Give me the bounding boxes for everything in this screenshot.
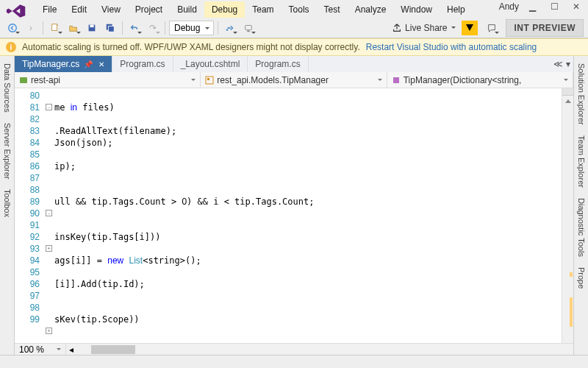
toolbar: › ↷ Debug Live Share INT PREVIEW (0, 18, 588, 38)
left-rail: Data Sources Server Explorer Toolbox (0, 56, 15, 355)
menu-debug[interactable]: Debug (204, 1, 245, 18)
svg-rect-3 (90, 24, 93, 27)
menu-edit[interactable]: Edit (64, 1, 94, 18)
nav-project[interactable]: rest-api (15, 72, 201, 88)
close-icon[interactable]: ✕ (98, 60, 104, 68)
save-button[interactable] (84, 20, 100, 36)
config-select[interactable]: Debug (169, 21, 214, 35)
rail-data-sources[interactable]: Data Sources (1, 59, 13, 117)
live-share-label: Live Share (405, 23, 447, 33)
line-gutter: 8081828384858687888990919293949596979899 (15, 88, 44, 343)
menu-build[interactable]: Build (170, 1, 204, 18)
zoom-select[interactable]: 100 % (15, 344, 66, 355)
user-name[interactable]: Andy (499, 1, 519, 12)
fold-column: --++ (44, 88, 54, 343)
nav-class[interactable]: rest_api.Models.TipManager (201, 72, 387, 88)
scroll-up-button[interactable] (562, 96, 573, 106)
pin-icon[interactable]: 📌 (84, 60, 93, 68)
menu-bar: File Edit View Project Build Debug Team … (0, 0, 588, 18)
undo-button[interactable] (126, 20, 143, 36)
scroll-left-button[interactable]: ◂ (66, 344, 76, 355)
process-button[interactable] (240, 20, 257, 36)
zoom-label: 100 % (19, 344, 44, 355)
svg-point-0 (9, 24, 17, 32)
scroll-thumb[interactable] (91, 345, 135, 354)
info-bar: i Automatic scaling is turned off. WPF/U… (0, 38, 588, 56)
fold-toggle[interactable]: + (46, 328, 52, 334)
menu-help[interactable]: Help (440, 1, 473, 18)
nav-member[interactable]: TipManager(Dictionary<string, (387, 72, 573, 88)
warning-icon: i (6, 42, 16, 52)
svg-rect-8 (248, 30, 251, 32)
save-all-button[interactable] (102, 20, 118, 36)
tab-label: _Layout.cshtml (181, 59, 240, 69)
right-rail: Solution Explorer Team Explorer Diagnost… (573, 56, 588, 355)
tab-tipmanager[interactable]: TipManager.cs 📌 ✕ (15, 56, 112, 72)
scroll-marker (570, 272, 573, 277)
info-text: Automatic scaling is turned off. WPF/UWP… (22, 42, 360, 52)
notifications-button[interactable] (484, 20, 500, 36)
redo-button[interactable]: ↷ (145, 20, 161, 36)
document-tabs: TipManager.cs 📌 ✕ Program.cs _Layout.csh… (15, 56, 573, 72)
tab-label: Program.cs (120, 59, 165, 69)
vs-logo (6, 4, 26, 18)
fold-toggle[interactable]: - (46, 104, 52, 110)
editor-area: TipManager.cs 📌 ✕ Program.cs _Layout.csh… (15, 56, 573, 355)
step-button[interactable] (222, 20, 238, 36)
menu-file[interactable]: File (35, 1, 64, 18)
menu-tools[interactable]: Tools (282, 1, 317, 18)
menu-window[interactable]: Window (393, 1, 440, 18)
close-button[interactable]: ✕ (567, 1, 585, 12)
feedback-button[interactable] (462, 21, 478, 35)
svg-rect-6 (226, 29, 229, 30)
nav-member-label: TipManager(Dictionary<string, (404, 75, 522, 85)
open-button[interactable] (65, 20, 82, 36)
rail-team-explorer[interactable]: Team Explorer (576, 131, 587, 192)
fold-toggle[interactable]: - (46, 210, 52, 216)
status-bar (0, 355, 588, 368)
nav-back-button[interactable] (4, 20, 21, 36)
vertical-scrollbar[interactable] (562, 88, 573, 343)
preview-badge[interactable]: INT PREVIEW (506, 19, 584, 37)
code-editor[interactable]: 8081828384858687888990919293949596979899… (15, 88, 573, 343)
svg-rect-11 (207, 78, 209, 80)
rail-toolbox[interactable]: Toolbox (1, 185, 13, 222)
svg-rect-9 (20, 77, 27, 83)
live-share-button[interactable]: Live Share (392, 23, 456, 33)
tab-label: Program.cs (255, 59, 300, 69)
info-link[interactable]: Restart Visual Studio with automatic sca… (366, 42, 537, 52)
tab-layout[interactable]: _Layout.cshtml (173, 56, 248, 72)
svg-rect-12 (393, 77, 399, 83)
code-content[interactable]: me in files) .ReadAllText(filename); Jso… (54, 88, 562, 343)
maximize-button[interactable]: ☐ (545, 1, 563, 12)
tab-menu-icon[interactable]: ▾ (566, 59, 570, 69)
menu-test[interactable]: Test (317, 1, 348, 18)
minimize-button[interactable]: ▁ (523, 1, 541, 12)
svg-rect-7 (245, 25, 252, 29)
tab-label: TipManager.cs (22, 59, 79, 69)
menu-analyze[interactable]: Analyze (348, 1, 394, 18)
menu-team[interactable]: Team (245, 1, 281, 18)
tab-overflow-icon[interactable]: ≪ (553, 59, 563, 69)
svg-rect-5 (108, 26, 114, 32)
split-handle[interactable] (562, 88, 573, 96)
horizontal-scrollbar[interactable]: 100 % ◂ (15, 343, 573, 355)
svg-rect-1 (52, 24, 57, 30)
tab-program2[interactable]: Program.cs (248, 56, 308, 72)
tab-program1[interactable]: Program.cs (112, 56, 173, 72)
rail-properties[interactable]: Prope (576, 263, 587, 293)
nav-bar: rest-api rest_api.Models.TipManager TipM… (15, 72, 573, 88)
rail-solution-explorer[interactable]: Solution Explorer (576, 59, 587, 130)
new-item-button[interactable] (47, 20, 63, 36)
rail-server-explorer[interactable]: Server Explorer (1, 118, 13, 183)
nav-class-label: rest_api.Models.TipManager (217, 75, 329, 85)
nav-fwd-button[interactable]: › (23, 20, 39, 36)
menu-view[interactable]: View (94, 1, 128, 18)
rail-diagnostic-tools[interactable]: Diagnostic Tools (576, 194, 587, 261)
scroll-marker (570, 297, 573, 327)
menu-project[interactable]: Project (128, 1, 170, 18)
nav-project-label: rest-api (31, 75, 60, 85)
fold-toggle[interactable]: + (46, 245, 52, 252)
